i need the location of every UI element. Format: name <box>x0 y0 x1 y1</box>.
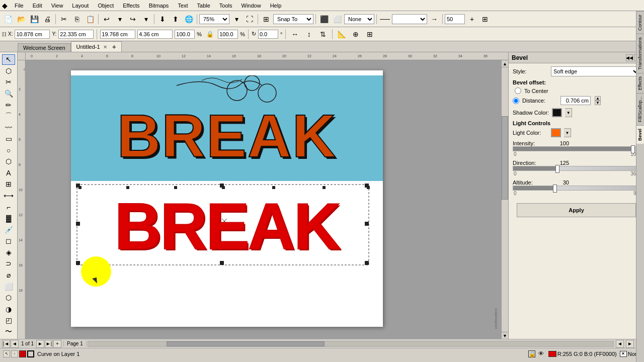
new-btn[interactable]: 📄 <box>2 13 14 25</box>
none-select[interactable]: None <box>344 14 374 24</box>
export-btn[interactable]: ⬆ <box>170 13 182 25</box>
smart-fill-tool[interactable]: ◰ <box>2 315 15 326</box>
light-color-dropdown[interactable]: ▼ <box>564 128 571 137</box>
crop-tool[interactable]: ✂ <box>2 77 15 87</box>
distort-tool[interactable]: ⌀ <box>2 270 15 281</box>
mirror-h-btn[interactable]: ↔ <box>289 28 301 40</box>
scale-w-input[interactable] <box>175 30 195 39</box>
intensity-thumb[interactable] <box>631 145 635 153</box>
canvas-scroll[interactable]: BREAK <box>26 60 508 339</box>
h-scroll-thumb[interactable] <box>167 341 324 346</box>
distance-radio[interactable] <box>513 98 519 104</box>
snap-select[interactable]: Snap To <box>273 14 313 24</box>
cut-btn[interactable]: ✂ <box>58 13 70 25</box>
line-select[interactable] <box>392 14 427 24</box>
connector-tool[interactable]: ⌐ <box>2 202 15 212</box>
v-scrollbar[interactable]: ▲ ▼ <box>501 60 508 339</box>
zoom-value-input[interactable] <box>445 14 465 24</box>
shadow-tool[interactable]: ◈ <box>2 247 15 258</box>
last-page-btn[interactable]: ►| <box>45 340 53 348</box>
import-btn[interactable]: ⬇ <box>156 13 169 25</box>
size-presets-btn[interactable]: 📐 <box>336 28 348 40</box>
scroll-right-btn[interactable]: ► <box>626 340 634 348</box>
angle-input[interactable] <box>258 30 278 39</box>
print-btn[interactable]: 🖨 <box>41 13 53 25</box>
apply-button[interactable]: Apply <box>517 203 636 217</box>
mirror-v-btn[interactable]: ↕ <box>303 28 315 40</box>
light-color-btn[interactable] <box>551 128 561 137</box>
ellipse-tool[interactable]: ○ <box>2 145 15 156</box>
intensity-slider[interactable] <box>513 146 640 151</box>
select-tool[interactable]: ↖ <box>2 54 15 65</box>
prev-page-btn[interactable]: ◄ <box>11 340 19 348</box>
smear-tool[interactable]: 〜 <box>2 327 15 337</box>
menu-file[interactable]: File <box>11 2 28 10</box>
eraser-tool[interactable]: ◻ <box>2 236 15 246</box>
style-select[interactable]: Soft edge Hard edge Emboss <box>551 66 640 76</box>
redo-btn[interactable]: ↪ <box>127 13 139 25</box>
node-tool[interactable]: ⬡ <box>2 66 15 76</box>
menu-window[interactable]: Window <box>237 2 265 10</box>
scroll-down-btn[interactable]: ▼ <box>502 332 508 339</box>
scroll-left-btn[interactable]: ◄ <box>616 340 624 348</box>
artistic-tool[interactable]: 〰 <box>2 122 15 133</box>
tab-untitled1[interactable]: Untitled-1 ✕ + <box>71 41 122 52</box>
rect-tool[interactable]: ▭ <box>2 134 15 144</box>
shadow-color-btn[interactable] <box>552 108 562 117</box>
eyedropper-tool[interactable]: 💉 <box>2 224 15 235</box>
paste-btn[interactable]: 📋 <box>84 13 96 25</box>
dimension-tool[interactable]: ⟷ <box>2 191 15 201</box>
freehand-tool[interactable]: ✏ <box>2 100 15 110</box>
altitude-slider[interactable] <box>513 186 640 191</box>
undo-btn[interactable]: ↩ <box>101 13 113 25</box>
distance-input[interactable] <box>560 96 591 105</box>
extrude-tool[interactable]: ⬡ <box>2 293 15 303</box>
snap-to-grid-btn[interactable]: ⊞ <box>260 13 272 25</box>
text-tool[interactable]: A <box>2 168 15 178</box>
publish-btn[interactable]: 🌐 <box>183 13 195 25</box>
distance-down-btn[interactable]: ▼ <box>595 101 601 105</box>
polygon-tool[interactable]: ⬡ <box>2 156 15 167</box>
line-end-btn[interactable]: → <box>428 13 440 25</box>
fill-scallop-tab[interactable]: Fill/Scallop... <box>636 93 644 125</box>
bevel-tab[interactable]: Bevel <box>636 125 644 144</box>
x-input[interactable] <box>15 30 50 39</box>
zoom-select[interactable]: 75% <box>199 14 229 24</box>
menu-layout[interactable]: Layout <box>68 2 93 10</box>
shadow-color-dropdown[interactable]: ▼ <box>565 108 572 117</box>
line-style-btn[interactable]: ── <box>379 13 391 25</box>
menu-edit[interactable]: Edit <box>29 2 46 10</box>
v-scroll-thumb[interactable] <box>502 116 508 200</box>
lock-ratio-btn[interactable]: 🔒 <box>204 28 216 40</box>
table-tool[interactable]: ⊞ <box>2 179 15 190</box>
align-left-btn[interactable]: ⬛ <box>318 13 330 25</box>
next-page-btn[interactable]: ► <box>36 340 44 348</box>
scroll-up-btn[interactable]: ▲ <box>502 60 508 67</box>
envelope-tool[interactable]: ⬜ <box>2 281 15 292</box>
menu-view[interactable]: View <box>47 2 67 10</box>
tab-add-btn[interactable]: + <box>112 43 116 51</box>
menu-object[interactable]: Object <box>94 2 118 10</box>
w-input[interactable] <box>100 30 135 39</box>
transformations-tab[interactable]: Transformations <box>636 34 644 73</box>
table-btn[interactable]: ⊞ <box>479 13 491 25</box>
full-screen-btn[interactable]: ⛶ <box>244 13 256 25</box>
open-btn[interactable]: 📂 <box>15 13 27 25</box>
mirror-d-btn[interactable]: ⇅ <box>317 28 329 40</box>
bezier-tool[interactable]: ⌒ <box>2 111 15 122</box>
h-scrollbar[interactable] <box>88 341 614 347</box>
zoom-tool[interactable]: 🔍 <box>2 88 15 99</box>
h-input[interactable] <box>137 30 173 39</box>
transform-btn[interactable]: ⊞ <box>364 28 376 40</box>
first-page-btn[interactable]: |◄ <box>2 340 10 348</box>
y-input[interactable] <box>58 30 94 39</box>
canvas-area[interactable]: 0 2 4 6 8 10 12 14 16 18 20 22 24 26 28 … <box>18 52 508 339</box>
menu-text[interactable]: Text <box>174 2 192 10</box>
zoom-in-btn[interactable]: + <box>466 13 478 25</box>
distance-up-btn[interactable]: ▲ <box>595 96 601 101</box>
menu-table[interactable]: Table <box>193 2 214 10</box>
to-center-radio[interactable] <box>515 87 521 94</box>
direction-thumb[interactable] <box>555 165 559 173</box>
align-center-btn[interactable]: ⬜ <box>331 13 343 25</box>
panel-pin-btn[interactable]: ◀◀ <box>626 54 633 61</box>
